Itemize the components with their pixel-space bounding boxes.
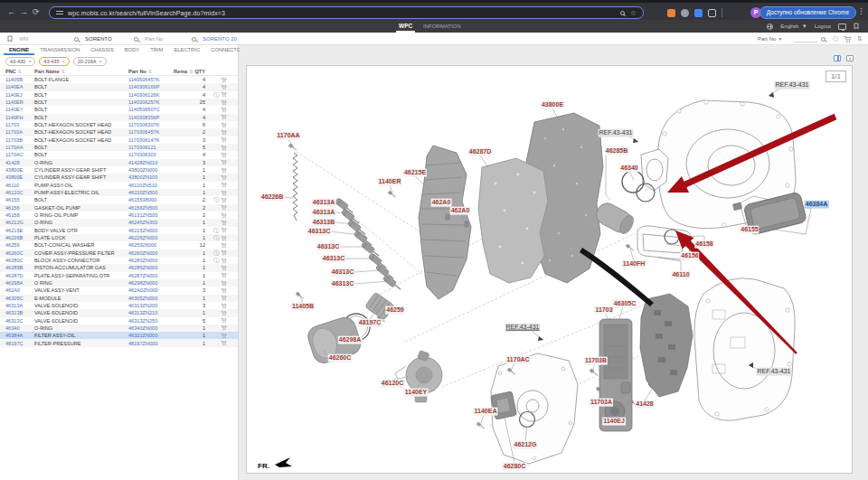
- table-row[interactable]: 46313CVALVE-SOLENOID46313ZN2505: [0, 317, 238, 325]
- table-row[interactable]: 46155BOLT46155380002ⓘ: [0, 196, 238, 203]
- tab-chassis[interactable]: CHASSIS: [85, 45, 118, 55]
- pnc-link[interactable]: 46120C: [5, 190, 34, 195]
- cart-icon[interactable]: [221, 227, 227, 233]
- cart-icon[interactable]: [221, 235, 227, 241]
- sort-icon[interactable]: ⇅: [61, 69, 65, 74]
- partno-link[interactable]: 462A0ZN000: [128, 287, 174, 293]
- part-label-46287d[interactable]: 46287D: [468, 148, 493, 156]
- partno-link[interactable]: 46313ZN210: [128, 310, 174, 315]
- cart-icon[interactable]: [221, 77, 227, 83]
- partno-link[interactable]: 1140306166P: [128, 84, 174, 89]
- pnc-link[interactable]: 1140EY: [5, 107, 34, 112]
- menu-dots-icon[interactable]: ⋮: [857, 6, 865, 15]
- info-icon[interactable]: ⓘ: [213, 258, 219, 263]
- tune-icon[interactable]: [56, 10, 63, 15]
- table-row[interactable]: 46384AFILTER ASSY-OIL46321ZN0001: [0, 332, 238, 339]
- sort-filter-icon[interactable]: ⇅: [857, 33, 863, 45]
- column-header[interactable]: Rema⇅: [174, 69, 190, 74]
- part-label-11703[interactable]: 11703: [594, 306, 613, 315]
- part-label-46260c[interactable]: 46260C: [328, 354, 353, 362]
- tab-information[interactable]: INFORMATION: [423, 20, 461, 33]
- pnc-link[interactable]: 43800E: [5, 174, 34, 180]
- part-label-1140ej[interactable]: 1140EJ: [602, 418, 626, 426]
- table-row[interactable]: 46287DPLATE ASSY-SEPARATING,OTR46287ZN00…: [0, 272, 238, 279]
- ref-label[interactable]: REF.43-431: [599, 129, 634, 137]
- cart-icon[interactable]: [221, 174, 227, 181]
- table-row[interactable]: 46110PUMP ASSY-OIL46110ZN5101: [0, 182, 238, 189]
- table-row[interactable]: 41428O-RING41428ZN0103: [0, 159, 238, 166]
- part-label-46285b[interactable]: 46285B: [605, 147, 629, 155]
- quick-search-input[interactable]: [794, 34, 817, 42]
- part-label-46259[interactable]: 46259: [385, 306, 404, 315]
- back-icon[interactable]: ←: [7, 6, 15, 17]
- part-label-46313a[interactable]: 46313A: [312, 199, 336, 207]
- image-view-icon[interactable]: [846, 55, 854, 61]
- table-row[interactable]: 1170ACBOLT11703063034: [0, 151, 238, 158]
- table-row[interactable]: 48197CFILTER-PRESSURE48197ZH0001: [0, 339, 238, 346]
- tab-transmission[interactable]: TRANSMISSION: [34, 45, 85, 55]
- table-row[interactable]: 46313BVALVE-SOLENOID46313ZN2101: [0, 309, 238, 316]
- part-label-46313c[interactable]: 46313C: [322, 255, 346, 263]
- tab-wpc[interactable]: WPC: [396, 20, 415, 33]
- language-select[interactable]: English ▼: [780, 24, 807, 29]
- ref-label[interactable]: REF.43-431: [775, 81, 810, 89]
- part-label-11703b[interactable]: 11703B: [584, 357, 608, 365]
- table-row[interactable]: 11703BBOLT-HEXAGON SOCKET HEAD1170306147…: [0, 136, 238, 144]
- part-label-46313c[interactable]: 46313C: [331, 280, 355, 288]
- model-value[interactable]: SORENTO: [85, 33, 112, 45]
- partno-link[interactable]: 1140306257K: [128, 99, 174, 105]
- pnc-link[interactable]: 46158: [5, 212, 34, 218]
- part-label-46305c[interactable]: 46305C: [613, 300, 637, 308]
- table-row[interactable]: 11405BBOLT-FLANGE1140506457K4: [0, 76, 238, 83]
- table-row[interactable]: 46305CE-MODULE46305ZN0001: [0, 295, 238, 302]
- extension-icon[interactable]: [681, 9, 689, 17]
- pnc-link[interactable]: 11703: [5, 122, 34, 127]
- pnc-link[interactable]: 46340: [5, 325, 34, 331]
- table-row[interactable]: 11703ABOLT-HEXAGON SOCKET HEAD1170306457…: [0, 128, 238, 136]
- vin-input[interactable]: VIN: [19, 33, 28, 45]
- extension-icon[interactable]: [708, 9, 716, 17]
- cart-icon[interactable]: [221, 152, 227, 158]
- bookmark-icon[interactable]: [854, 23, 859, 30]
- cart-icon[interactable]: [221, 242, 227, 249]
- pnc-link[interactable]: 46280C: [5, 258, 34, 263]
- partno-link[interactable]: 46260ZN000: [128, 250, 174, 256]
- tab-body[interactable]: BODY: [119, 45, 145, 55]
- table-row[interactable]: 46158O RING-OIL PUMP46131ZN5002: [0, 212, 238, 219]
- partno-filter-select[interactable]: Part No▼: [758, 33, 782, 45]
- partno-link[interactable]: 46245ZN300: [128, 220, 174, 225]
- part-label-46156[interactable]: 46156: [680, 252, 699, 260]
- part-label-1140ea[interactable]: 1140EA: [474, 408, 498, 416]
- pnc-link[interactable]: 46313B: [5, 310, 34, 315]
- cart-icon[interactable]: [221, 114, 227, 120]
- cart-icon[interactable]: [221, 129, 227, 136]
- part-label-1140er[interactable]: 1140ER: [378, 178, 402, 186]
- logout-button[interactable]: Logout: [815, 24, 831, 29]
- part-label-1140ey[interactable]: 1140EY: [404, 389, 429, 397]
- part-label-46384a[interactable]: 46384A: [805, 201, 829, 209]
- partno-link[interactable]: 46226ZN000: [128, 235, 174, 240]
- table-row[interactable]: 1140ERBOLT1140306257K25: [0, 99, 238, 106]
- pnc-link[interactable]: 1140EJ: [5, 92, 34, 98]
- part-label-46226b[interactable]: 46226B: [260, 193, 285, 202]
- chip-close-icon[interactable]: ×: [99, 59, 102, 64]
- vin-search-icon[interactable]: [74, 33, 79, 45]
- table-row[interactable]: 1140EABOLT1140306166P4: [0, 83, 238, 90]
- part-label-1170aa[interactable]: 1170AA: [276, 132, 300, 140]
- url-text[interactable]: wpc.mobis.co.kr/search/fullVinSearchPage…: [68, 10, 225, 16]
- cart-icon[interactable]: [221, 258, 227, 264]
- part-label-46215e[interactable]: 46215E: [403, 169, 427, 177]
- table-row[interactable]: 46260CCOVER ASSY-PRESSURE FILTER46260ZN0…: [0, 249, 238, 257]
- table-row[interactable]: 46259BOLT-CONICAL WASHER462592600012: [0, 241, 238, 249]
- partno-link[interactable]: 46220ZN500: [128, 190, 174, 195]
- partno-input[interactable]: Part No: [145, 33, 163, 45]
- pnc-link[interactable]: 1140FH: [5, 115, 34, 120]
- cart-icon[interactable]: [221, 295, 227, 301]
- cart-icon[interactable]: [221, 190, 227, 196]
- table-row[interactable]: 46313AVALVE-SOLENOID46313ZN2003: [0, 302, 238, 309]
- table-row[interactable]: 1170AABOLT11703061215: [0, 144, 238, 151]
- table-row[interactable]: 46156GASKET-OIL PUMP46156ZN5002: [0, 204, 238, 212]
- cart-icon[interactable]: [221, 159, 227, 165]
- partno-link[interactable]: 46340ZN000: [128, 325, 174, 331]
- cart-icon[interactable]: [221, 91, 227, 98]
